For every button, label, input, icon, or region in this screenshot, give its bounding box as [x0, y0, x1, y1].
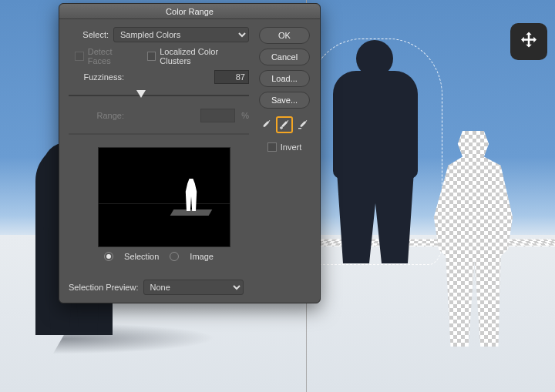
range-unit: %	[240, 111, 249, 120]
range-label: Range:	[69, 111, 124, 120]
ok-button[interactable]: OK	[259, 27, 310, 44]
selection-preview-thumbnail[interactable]	[98, 147, 230, 247]
eyedropper-subtract-icon[interactable]	[294, 116, 311, 133]
localized-checkbox[interactable]	[147, 52, 156, 61]
selection-preview-label: Selection Preview:	[69, 283, 139, 292]
move-arrows-icon	[517, 30, 540, 53]
fuzziness-slider[interactable]	[69, 89, 249, 102]
selected-figure	[310, 40, 441, 263]
image-radio[interactable]	[170, 252, 179, 261]
dialog-title: Color Range	[166, 7, 214, 16]
detect-faces-label: Detect Faces	[88, 47, 136, 65]
preview-shadow-mask	[170, 209, 213, 216]
selection-radio-label: Selection	[124, 252, 159, 261]
cancel-button[interactable]: Cancel	[259, 49, 310, 65]
invert-checkbox[interactable]	[267, 142, 277, 152]
selection-radio[interactable]	[104, 252, 113, 261]
fuzziness-label: Fuzziness:	[69, 72, 124, 82]
move-tool-overlay[interactable]	[510, 23, 547, 60]
eyedropper-add-icon[interactable]	[276, 116, 293, 133]
fuzziness-input[interactable]	[214, 70, 249, 84]
image-radio-label: Image	[190, 252, 214, 261]
range-slider	[69, 127, 249, 141]
save-button[interactable]: Save...	[259, 92, 310, 109]
range-input	[200, 109, 235, 122]
localized-label: Localized Color Clusters	[160, 47, 249, 65]
selection-marquee	[308, 39, 442, 265]
select-dropdown[interactable]: Sampled Colors	[113, 27, 249, 42]
color-range-dialog: Color Range Select: Sampled Colors Detec…	[59, 3, 321, 303]
eyedropper-icon[interactable]	[257, 116, 274, 133]
dialog-titlebar[interactable]: Color Range	[59, 4, 320, 19]
load-button[interactable]: Load...	[259, 70, 310, 87]
selection-preview-dropdown[interactable]: None	[143, 280, 244, 295]
invert-label: Invert	[281, 142, 302, 152]
detect-faces-checkbox	[75, 52, 84, 61]
preview-figure-mask	[182, 179, 200, 211]
select-label: Select:	[69, 30, 109, 39]
